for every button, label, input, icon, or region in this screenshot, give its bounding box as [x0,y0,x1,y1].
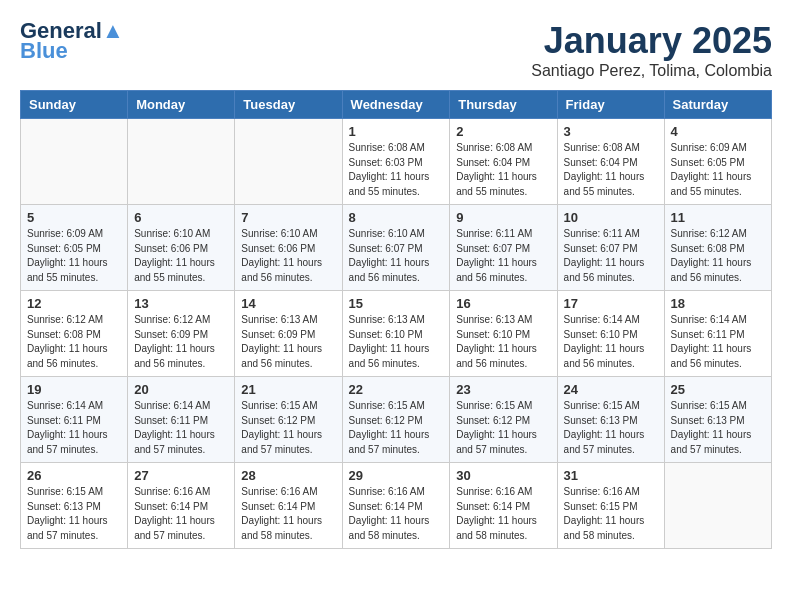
day-number: 17 [564,296,658,311]
calendar-cell: 5Sunrise: 6:09 AMSunset: 6:05 PMDaylight… [21,205,128,291]
day-info: Sunrise: 6:13 AMSunset: 6:10 PMDaylight:… [456,313,550,371]
day-number: 22 [349,382,444,397]
day-info: Sunrise: 6:10 AMSunset: 6:07 PMDaylight:… [349,227,444,285]
day-info: Sunrise: 6:15 AMSunset: 6:13 PMDaylight:… [671,399,765,457]
day-header-tuesday: Tuesday [235,91,342,119]
day-number: 4 [671,124,765,139]
day-info: Sunrise: 6:16 AMSunset: 6:14 PMDaylight:… [349,485,444,543]
day-info: Sunrise: 6:14 AMSunset: 6:11 PMDaylight:… [671,313,765,371]
day-number: 15 [349,296,444,311]
calendar-cell: 10Sunrise: 6:11 AMSunset: 6:07 PMDayligh… [557,205,664,291]
calendar-cell: 15Sunrise: 6:13 AMSunset: 6:10 PMDayligh… [342,291,450,377]
day-info: Sunrise: 6:10 AMSunset: 6:06 PMDaylight:… [241,227,335,285]
day-header-saturday: Saturday [664,91,771,119]
day-info: Sunrise: 6:12 AMSunset: 6:09 PMDaylight:… [134,313,228,371]
day-number: 6 [134,210,228,225]
day-info: Sunrise: 6:08 AMSunset: 6:04 PMDaylight:… [456,141,550,199]
calendar-header-row: SundayMondayTuesdayWednesdayThursdayFrid… [21,91,772,119]
day-number: 1 [349,124,444,139]
day-number: 26 [27,468,121,483]
day-number: 2 [456,124,550,139]
day-number: 21 [241,382,335,397]
day-info: Sunrise: 6:15 AMSunset: 6:12 PMDaylight:… [456,399,550,457]
day-info: Sunrise: 6:08 AMSunset: 6:04 PMDaylight:… [564,141,658,199]
day-header-wednesday: Wednesday [342,91,450,119]
page-title: January 2025 [531,20,772,62]
calendar-cell: 9Sunrise: 6:11 AMSunset: 6:07 PMDaylight… [450,205,557,291]
calendar-cell: 31Sunrise: 6:16 AMSunset: 6:15 PMDayligh… [557,463,664,549]
day-number: 3 [564,124,658,139]
day-info: Sunrise: 6:11 AMSunset: 6:07 PMDaylight:… [456,227,550,285]
day-info: Sunrise: 6:16 AMSunset: 6:14 PMDaylight:… [456,485,550,543]
calendar-cell: 7Sunrise: 6:10 AMSunset: 6:06 PMDaylight… [235,205,342,291]
calendar-cell: 12Sunrise: 6:12 AMSunset: 6:08 PMDayligh… [21,291,128,377]
day-number: 14 [241,296,335,311]
day-number: 18 [671,296,765,311]
day-number: 31 [564,468,658,483]
calendar-cell: 27Sunrise: 6:16 AMSunset: 6:14 PMDayligh… [128,463,235,549]
day-info: Sunrise: 6:16 AMSunset: 6:14 PMDaylight:… [241,485,335,543]
calendar-cell: 18Sunrise: 6:14 AMSunset: 6:11 PMDayligh… [664,291,771,377]
calendar-cell: 23Sunrise: 6:15 AMSunset: 6:12 PMDayligh… [450,377,557,463]
day-info: Sunrise: 6:15 AMSunset: 6:13 PMDaylight:… [564,399,658,457]
calendar-cell: 8Sunrise: 6:10 AMSunset: 6:07 PMDaylight… [342,205,450,291]
calendar-cell: 4Sunrise: 6:09 AMSunset: 6:05 PMDaylight… [664,119,771,205]
calendar-cell: 17Sunrise: 6:14 AMSunset: 6:10 PMDayligh… [557,291,664,377]
day-number: 29 [349,468,444,483]
day-info: Sunrise: 6:13 AMSunset: 6:10 PMDaylight:… [349,313,444,371]
day-info: Sunrise: 6:15 AMSunset: 6:13 PMDaylight:… [27,485,121,543]
day-info: Sunrise: 6:15 AMSunset: 6:12 PMDaylight:… [349,399,444,457]
calendar-cell: 19Sunrise: 6:14 AMSunset: 6:11 PMDayligh… [21,377,128,463]
title-area: January 2025 Santiago Perez, Tolima, Col… [531,20,772,80]
day-number: 7 [241,210,335,225]
calendar-cell: 24Sunrise: 6:15 AMSunset: 6:13 PMDayligh… [557,377,664,463]
day-header-sunday: Sunday [21,91,128,119]
logo: General▲ Blue [20,20,124,62]
calendar-week-row: 12Sunrise: 6:12 AMSunset: 6:08 PMDayligh… [21,291,772,377]
day-header-friday: Friday [557,91,664,119]
day-info: Sunrise: 6:14 AMSunset: 6:10 PMDaylight:… [564,313,658,371]
calendar-week-row: 26Sunrise: 6:15 AMSunset: 6:13 PMDayligh… [21,463,772,549]
calendar-week-row: 1Sunrise: 6:08 AMSunset: 6:03 PMDaylight… [21,119,772,205]
day-number: 16 [456,296,550,311]
logo-blue: Blue [20,40,68,62]
calendar-cell [235,119,342,205]
calendar-cell [128,119,235,205]
calendar-week-row: 5Sunrise: 6:09 AMSunset: 6:05 PMDaylight… [21,205,772,291]
calendar-cell: 22Sunrise: 6:15 AMSunset: 6:12 PMDayligh… [342,377,450,463]
day-number: 19 [27,382,121,397]
day-info: Sunrise: 6:14 AMSunset: 6:11 PMDaylight:… [134,399,228,457]
day-info: Sunrise: 6:08 AMSunset: 6:03 PMDaylight:… [349,141,444,199]
calendar-cell: 1Sunrise: 6:08 AMSunset: 6:03 PMDaylight… [342,119,450,205]
calendar-cell: 29Sunrise: 6:16 AMSunset: 6:14 PMDayligh… [342,463,450,549]
calendar-cell: 20Sunrise: 6:14 AMSunset: 6:11 PMDayligh… [128,377,235,463]
day-number: 11 [671,210,765,225]
day-number: 5 [27,210,121,225]
calendar-cell: 6Sunrise: 6:10 AMSunset: 6:06 PMDaylight… [128,205,235,291]
calendar-cell: 30Sunrise: 6:16 AMSunset: 6:14 PMDayligh… [450,463,557,549]
day-info: Sunrise: 6:13 AMSunset: 6:09 PMDaylight:… [241,313,335,371]
calendar-cell: 2Sunrise: 6:08 AMSunset: 6:04 PMDaylight… [450,119,557,205]
calendar-cell: 16Sunrise: 6:13 AMSunset: 6:10 PMDayligh… [450,291,557,377]
calendar-week-row: 19Sunrise: 6:14 AMSunset: 6:11 PMDayligh… [21,377,772,463]
day-number: 27 [134,468,228,483]
day-header-thursday: Thursday [450,91,557,119]
calendar-cell: 28Sunrise: 6:16 AMSunset: 6:14 PMDayligh… [235,463,342,549]
day-info: Sunrise: 6:10 AMSunset: 6:06 PMDaylight:… [134,227,228,285]
day-number: 23 [456,382,550,397]
day-info: Sunrise: 6:16 AMSunset: 6:14 PMDaylight:… [134,485,228,543]
day-number: 12 [27,296,121,311]
day-number: 10 [564,210,658,225]
day-info: Sunrise: 6:12 AMSunset: 6:08 PMDaylight:… [27,313,121,371]
day-number: 20 [134,382,228,397]
day-number: 13 [134,296,228,311]
day-info: Sunrise: 6:16 AMSunset: 6:15 PMDaylight:… [564,485,658,543]
day-info: Sunrise: 6:12 AMSunset: 6:08 PMDaylight:… [671,227,765,285]
calendar-cell: 21Sunrise: 6:15 AMSunset: 6:12 PMDayligh… [235,377,342,463]
day-info: Sunrise: 6:14 AMSunset: 6:11 PMDaylight:… [27,399,121,457]
day-number: 28 [241,468,335,483]
calendar-cell [664,463,771,549]
day-number: 9 [456,210,550,225]
day-number: 24 [564,382,658,397]
day-info: Sunrise: 6:11 AMSunset: 6:07 PMDaylight:… [564,227,658,285]
